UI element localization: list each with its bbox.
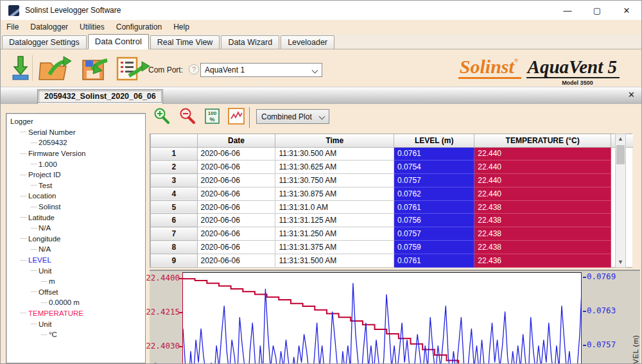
menu-item-file[interactable]: File (1, 21, 24, 33)
tree-item--c[interactable]: °C (10, 329, 144, 340)
tab-data-control[interactable]: Data Control (88, 34, 149, 49)
tree-item-serial-number[interactable]: Serial Number (10, 127, 144, 138)
column-header-time[interactable]: Time (275, 134, 394, 147)
tree-item-solinst[interactable]: Solinst (10, 202, 144, 212)
table-row[interactable]: 82020-06-0611:31:31.375 AM0.075922.438 (151, 241, 611, 254)
date-cell: 2020-06-06 (197, 147, 275, 160)
document-close-icon[interactable]: ✕ (628, 90, 635, 100)
table-row[interactable]: 72020-06-0611:31:31.250 AM0.075722.438 (151, 227, 611, 241)
tree-connector (31, 270, 37, 271)
menu-item-utilities[interactable]: Utilities (74, 21, 110, 33)
tree-item-longitude[interactable]: Longitude (10, 234, 144, 245)
level-cell: 0.0759 (394, 241, 474, 254)
level-cell: 0.0761 (394, 254, 474, 267)
table-scrollbar[interactable]: ▲ ▼ (615, 134, 626, 268)
column-header-rownum[interactable] (151, 134, 198, 147)
window-title: Solinst Levelogger Software (25, 6, 121, 15)
tab-real-time-view[interactable]: Real Time View (150, 35, 220, 49)
toolbar: Com Port: ? AquaVent 1 Solinst® AquaVent… (1, 50, 641, 87)
tree-item-unit[interactable]: Unit (10, 318, 144, 329)
date-cell: 2020-06-06 (197, 214, 275, 227)
temperature-axis-title: TEMPERATURE (°C) (151, 309, 159, 364)
temperature-cell: 22.438 (474, 200, 611, 214)
document-tab[interactable]: 2059432_Solinst_2020_06_06 (37, 89, 163, 104)
tree-item-firmware-version[interactable]: Firmware Version (10, 148, 144, 159)
tree-item-latitude[interactable]: Latitude (10, 212, 144, 223)
tree-connector (31, 249, 37, 250)
tree-item-n-a[interactable]: N/A (10, 223, 144, 234)
download-data-icon[interactable] (8, 55, 28, 83)
help-icon[interactable]: ? (189, 64, 199, 74)
tree-item-label: N/A (39, 245, 51, 253)
close-button[interactable]: ✕ (612, 1, 641, 20)
column-header-temperature-c-[interactable]: TEMPERATURE (°C) (474, 134, 611, 147)
open-file-icon[interactable] (38, 55, 71, 85)
table-row[interactable]: 52020-06-0611:31:31.0 AM0.076122.438 (151, 200, 611, 214)
scroll-down-icon[interactable]: ▼ (616, 257, 625, 267)
table-row[interactable]: 62020-06-0611:31:31.125 AM0.075622.438 (151, 214, 611, 227)
tree-item-1-000[interactable]: 1.000 (10, 159, 144, 169)
maximize-button[interactable]: ▢ (582, 1, 612, 20)
zoom-in-icon[interactable] (153, 108, 170, 125)
tree-item-m[interactable]: m (10, 276, 144, 287)
scrollbar-thumb[interactable] (616, 145, 625, 164)
chevron-down-icon (312, 67, 318, 73)
right-tick-mark (583, 345, 586, 346)
menu-item-configuration[interactable]: Configuration (110, 21, 168, 33)
menu-bar: FileDataloggerUtilitiesConfigurationHelp (1, 20, 641, 34)
tree-item-level[interactable]: LEVEL (10, 255, 144, 266)
date-cell: 2020-06-06 (197, 227, 275, 241)
com-port-value: AquaVent 1 (205, 65, 245, 74)
plot-type-select[interactable]: Combined Plot (256, 109, 329, 124)
tab-data-wizard[interactable]: Data Wizard (221, 35, 279, 49)
left-tick-mark (179, 278, 182, 279)
menu-item-datalogger[interactable]: Datalogger (24, 21, 74, 33)
tree-item-logger[interactable]: Logger (10, 116, 144, 127)
tree-connector (31, 207, 37, 207)
main-tab-bar: Datalogger SettingsData ControlReal Time… (1, 34, 641, 49)
tree-item-project-id[interactable]: Project ID (10, 169, 144, 180)
time-cell: 11:31:30.750 AM (275, 174, 394, 187)
tree-item-unit[interactable]: Unit (10, 265, 144, 276)
tree-item-label: Latitude (28, 214, 55, 221)
table-row[interactable]: 32020-06-0611:31:30.750 AM0.075722.440 (151, 174, 611, 187)
date-cell: 2020-06-06 (197, 241, 275, 254)
chevron-down-icon (319, 114, 325, 119)
table-row[interactable]: 12020-06-0611:31:30.500 AM0.076122.440 (151, 147, 611, 160)
level-cell: 0.0762 (394, 187, 474, 200)
tab-datalogger-settings[interactable]: Datalogger Settings (2, 35, 87, 49)
com-port-select[interactable]: AquaVent 1 (200, 63, 322, 77)
export-data-icon[interactable] (115, 55, 150, 85)
column-header-level-m-[interactable]: LEVEL (m) (394, 134, 474, 147)
time-cell: 11:31:30.500 AM (275, 147, 394, 160)
date-cell: 2020-06-06 (197, 200, 275, 214)
temperature-cell: 22.438 (474, 227, 611, 241)
level-cell: 0.0756 (394, 214, 474, 227)
row-number-cell: 8 (151, 241, 198, 254)
menu-item-help[interactable]: Help (168, 21, 195, 33)
tree-item-n-a[interactable]: N/A (10, 244, 144, 255)
table-row[interactable]: 42020-06-0611:31:30.875 AM0.076222.440 (151, 187, 611, 200)
tree-item-location[interactable]: Location (10, 191, 144, 202)
zoom-out-icon[interactable] (179, 108, 196, 125)
tab-leveloader[interactable]: Leveloader (281, 35, 334, 49)
tree-item-label: 0.0000 m (49, 299, 80, 306)
temperature-cell: 22.438 (474, 241, 611, 254)
table-row[interactable]: 22020-06-0611:31:30.625 AM0.075422.440 (151, 160, 611, 174)
tree-item-0-0000-m[interactable]: 0.0000 m (10, 297, 144, 308)
minimize-button[interactable]: — (553, 1, 582, 20)
tree-item-2059432[interactable]: 2059432 (10, 137, 144, 148)
com-port-label: Com Port: (148, 65, 183, 74)
table-row[interactable]: 92020-06-0611:31:31.500 AM0.076122.436 (151, 254, 611, 267)
tree-connector (31, 324, 37, 324)
temperature-cell: 22.440 (474, 187, 611, 200)
save-import-icon[interactable] (76, 55, 110, 85)
scroll-up-icon[interactable]: ▲ (616, 134, 625, 144)
tree-item-temperature[interactable]: TEMPERATURE (10, 308, 144, 319)
graph-icon[interactable] (228, 108, 245, 125)
tree-item-test[interactable]: Test (10, 180, 144, 191)
column-header-date[interactable]: Date (197, 134, 275, 147)
tree-item-offset[interactable]: Offset (10, 287, 144, 298)
zoom-100-icon[interactable]: 100% (205, 108, 221, 125)
temperature-cell: 22.438 (474, 214, 611, 227)
